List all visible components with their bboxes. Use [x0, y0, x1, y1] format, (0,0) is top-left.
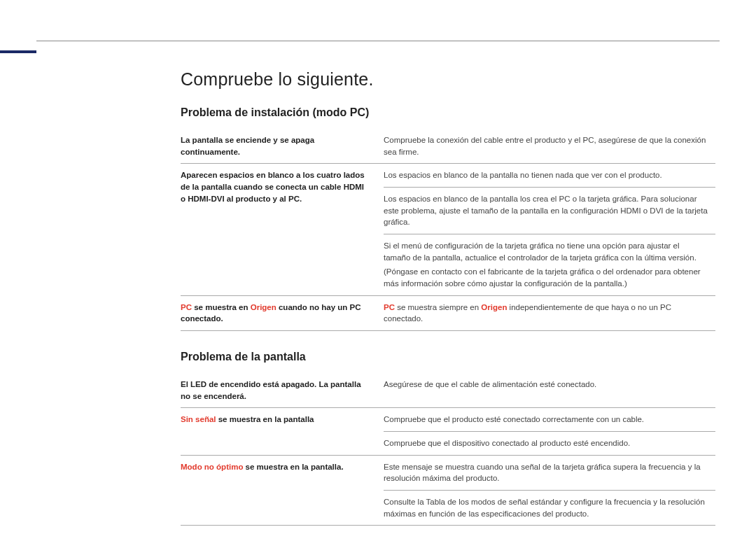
cell-solution: Compruebe que el dispositivo conectado a…	[384, 432, 715, 456]
table-screen: El LED de encendido está apagado. La pan…	[181, 373, 715, 534]
table-row: La pantalla se enciende y se apaga conti…	[181, 129, 715, 164]
text: se muestra en la pantalla.	[243, 463, 343, 471]
page-title: Compruebe lo siguiente.	[181, 69, 715, 90]
cell-solution: Consulte la Tabla de los modos de señal …	[384, 491, 715, 526]
cell-solution: Compruebe la conexión del cable entre el…	[384, 129, 715, 164]
highlight-text: Origen	[251, 303, 276, 311]
highlight-text: Sin señal	[181, 415, 216, 423]
section-heading-install: Problema de instalación (modo PC)	[181, 106, 715, 119]
cell-problem: Modo no óptimo se muestra en la pantalla…	[181, 455, 384, 526]
highlight-text: PC	[181, 303, 192, 311]
content-area: Compruebe lo siguiente. Problema de inst…	[36, 69, 720, 534]
text: se muestra en la pantalla	[216, 415, 314, 423]
table-row: El LED de encendido está apagado. La pan…	[181, 373, 715, 408]
highlight-text: PC	[384, 303, 395, 311]
cell-problem: El LED de encendido está apagado. La pan…	[181, 373, 384, 408]
cell-solution: Este mensaje se muestra cuando una señal…	[384, 455, 715, 490]
cell-problem: Sin señal se muestra en la pantalla	[181, 408, 384, 455]
table-row: PC se muestra en Origen cuando no hay un…	[181, 295, 715, 330]
cell-solution: Compruebe la conexión del cable al produ…	[384, 526, 715, 534]
cell-solution: PC se muestra siempre en Origen independ…	[384, 295, 715, 330]
table-install: La pantalla se enciende y se apaga conti…	[181, 129, 715, 331]
document-page: Compruebe lo siguiente. Problema de inst…	[0, 0, 756, 534]
section-heading-screen: Problema de la pantalla	[181, 351, 715, 363]
cell-problem: PC se muestra en Origen cuando no hay un…	[181, 295, 384, 330]
top-separator	[36, 41, 720, 41]
text: se muestra en	[192, 303, 251, 311]
cell-problem: La pantalla se enciende y se apaga conti…	[181, 129, 384, 164]
text: se muestra siempre en	[395, 303, 481, 311]
cell-solution: Los espacios en blanco de la pantalla lo…	[384, 188, 715, 234]
cell-solution: Si el menú de configuración de la tarjet…	[384, 234, 715, 265]
cell-solution: (Póngase en contacto con el fabricante d…	[384, 265, 715, 295]
accent-bar	[0, 50, 36, 53]
cell-solution: Compruebe que el producto esté conectado…	[384, 408, 715, 432]
highlight-text: Modo no óptimo	[181, 463, 243, 471]
cell-problem: Las imágenes de la pantalla aparecen dis…	[181, 526, 384, 534]
table-row: Aparecen espacios en blanco a los cuatro…	[181, 164, 715, 188]
cell-solution: Los espacios en blanco de la pantalla no…	[384, 164, 715, 188]
table-row: Modo no óptimo se muestra en la pantalla…	[181, 455, 715, 490]
highlight-text: Origen	[481, 303, 507, 311]
cell-solution: Asegúrese de que el cable de alimentació…	[384, 373, 715, 408]
table-row: Las imágenes de la pantalla aparecen dis…	[181, 526, 715, 534]
cell-problem: Aparecen espacios en blanco a los cuatro…	[181, 164, 384, 295]
table-row: Sin señal se muestra en la pantalla Comp…	[181, 408, 715, 432]
